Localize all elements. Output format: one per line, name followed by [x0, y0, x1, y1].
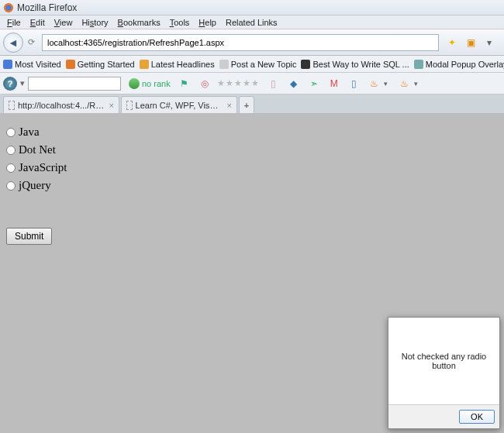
- menu-tools[interactable]: Tools: [166, 17, 194, 28]
- window-title: Mozilla Firefox: [17, 2, 77, 13]
- radio-row: JavaScript: [6, 161, 498, 174]
- bookmark-label: Getting Started: [78, 60, 135, 69]
- bookmark-item[interactable]: Getting Started: [66, 60, 135, 69]
- bookmark-label: Modal Popup Overlay ...: [426, 60, 504, 69]
- addon-main-icon[interactable]: ?: [3, 77, 17, 91]
- menu-edit[interactable]: Edit: [26, 17, 49, 28]
- radio-label: jQuery: [19, 179, 51, 192]
- dropdown-icon[interactable]: ▾: [484, 37, 495, 48]
- flame1-dropdown[interactable]: ▾: [384, 80, 388, 88]
- alert-dialog: Not checked any radio button OK: [388, 317, 500, 429]
- bookmark-label: Post a New Topic: [231, 60, 297, 69]
- doc-icon[interactable]: ▯: [348, 77, 361, 90]
- tab-favicon: [9, 101, 15, 110]
- alert-button-row: OK: [388, 404, 499, 428]
- bookmark-label: Best Way to Write SQL ...: [312, 60, 409, 69]
- radio-label: Dot Net: [19, 143, 56, 156]
- bookmark-item[interactable]: Modal Popup Overlay ...: [414, 60, 504, 69]
- radio-input[interactable]: [6, 181, 16, 191]
- bookmark-label: Most Visited: [15, 60, 61, 69]
- tab-favicon: [126, 101, 133, 110]
- bookmark-icon: [140, 60, 149, 69]
- bookmark-icon: [66, 60, 75, 69]
- globe-icon: [129, 78, 140, 89]
- addon-search-input[interactable]: [28, 77, 121, 91]
- target-icon[interactable]: ◎: [198, 77, 211, 90]
- alert-message: Not checked any radio button: [388, 318, 499, 404]
- menu-history[interactable]: History: [78, 17, 112, 28]
- url-input[interactable]: [42, 34, 439, 51]
- bookmark-item[interactable]: Most Visited: [3, 60, 61, 69]
- page-content: JavaDot NetJavaScriptjQuery Submit Not c…: [0, 113, 504, 433]
- book-icon[interactable]: ▯: [268, 77, 280, 90]
- browser-tab[interactable]: Learn C#, WPF, Visual Studio 2012, Wi...…: [121, 96, 237, 113]
- submit-button[interactable]: Submit: [6, 228, 52, 245]
- tab-close-icon[interactable]: ×: [109, 101, 114, 110]
- menu-help[interactable]: Help: [195, 17, 220, 28]
- back-button[interactable]: ◄: [3, 33, 23, 53]
- search-icon[interactable]: ✦: [447, 37, 457, 48]
- flame1-icon[interactable]: ♨: [368, 77, 381, 90]
- bookmark-item[interactable]: Best Way to Write SQL ...: [301, 60, 409, 69]
- title-bar: Mozilla Firefox: [0, 0, 504, 15]
- menu-file[interactable]: File: [3, 17, 25, 28]
- addon-toolbar: ? ▾ no rank ⚑ ◎ ★★★★★ ▯ ◆ ➣ M ▯ ♨ ▾ ♨ ▾: [0, 73, 504, 95]
- rank-indicator[interactable]: no rank: [129, 78, 171, 89]
- tag-icon[interactable]: ⚑: [178, 77, 191, 90]
- firefox-icon: [3, 2, 14, 13]
- feed-icon[interactable]: ▣: [465, 37, 476, 48]
- mail-icon[interactable]: M: [328, 77, 340, 90]
- alert-ok-button[interactable]: OK: [459, 410, 495, 424]
- flame2-icon[interactable]: ♨: [399, 77, 411, 90]
- radio-label: Java: [19, 125, 40, 139]
- menu-bookmarks[interactable]: Bookmarks: [114, 17, 164, 28]
- bookmarks-bar: Most VisitedGetting StartedLatest Headli…: [0, 56, 504, 73]
- radio-input[interactable]: [6, 163, 16, 173]
- bookmark-icon: [414, 60, 423, 69]
- radio-input[interactable]: [6, 146, 16, 155]
- bookmark-icon: [3, 60, 12, 69]
- rating-stars[interactable]: ★★★★★: [217, 78, 260, 88]
- tab-bar: http://localhost:4.../RefreshPage1.aspx×…: [0, 95, 504, 113]
- nav-bar: ◄ ⟳ ✦ ▣ ▾: [0, 29, 504, 56]
- bookmark-item[interactable]: Post a New Topic: [219, 60, 297, 69]
- radio-label: JavaScript: [19, 161, 67, 174]
- tab-close-icon[interactable]: ×: [227, 101, 232, 110]
- bookmark-item[interactable]: Latest Headlines: [140, 60, 215, 69]
- radio-input[interactable]: [6, 128, 16, 137]
- browser-tab[interactable]: http://localhost:4.../RefreshPage1.aspx×: [3, 96, 119, 113]
- bookmark-icon: [301, 60, 310, 69]
- radio-row: Dot Net: [6, 143, 498, 156]
- radio-row: jQuery: [6, 179, 498, 192]
- tab-label: Learn C#, WPF, Visual Studio 2012, Wi...: [136, 101, 223, 110]
- radio-row: Java: [6, 125, 498, 139]
- svg-point-1: [6, 5, 12, 10]
- reload-icon[interactable]: ⟳: [25, 37, 37, 47]
- flame2-dropdown[interactable]: ▾: [414, 80, 418, 88]
- tab-label: http://localhost:4.../RefreshPage1.aspx: [18, 101, 105, 110]
- nav-right-icons: ✦ ▣ ▾: [440, 37, 501, 48]
- menu-related[interactable]: Related Links: [222, 17, 281, 28]
- menu-view[interactable]: View: [50, 17, 77, 28]
- menu-bar: File Edit View History Bookmarks Tools H…: [0, 15, 504, 29]
- addon-dropdown-icon[interactable]: ▾: [20, 78, 25, 88]
- bookmark-icon: [219, 60, 229, 69]
- badge-icon[interactable]: ◆: [288, 77, 300, 90]
- new-tab-button[interactable]: +: [239, 96, 254, 113]
- bookmark-label: Latest Headlines: [151, 60, 215, 69]
- arrow-icon[interactable]: ➣: [308, 77, 320, 90]
